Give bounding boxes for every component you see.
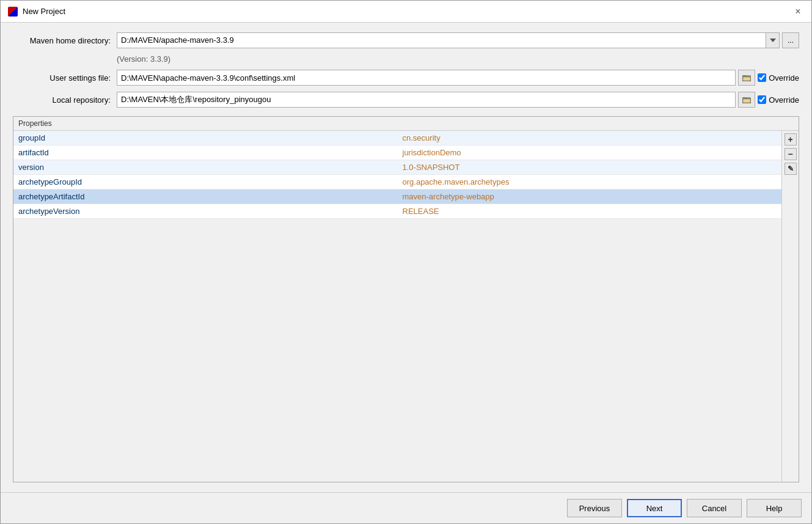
property-key: archetypeVersion xyxy=(13,204,398,219)
table-row[interactable]: archetypeArtifactIdmaven-archetype-webap… xyxy=(13,190,781,204)
close-button[interactable]: × xyxy=(792,6,804,18)
property-key: groupId xyxy=(13,131,398,146)
table-row[interactable]: archetypeGroupIdorg.apache.maven.archety… xyxy=(13,175,781,190)
next-button[interactable]: Next xyxy=(627,499,682,517)
property-key: artifactId xyxy=(13,146,398,160)
add-property-button[interactable]: + xyxy=(785,133,797,146)
table-row[interactable]: artifactIdjurisdictionDemo xyxy=(13,146,781,160)
property-value: cn.security xyxy=(398,131,782,146)
previous-button[interactable]: Previous xyxy=(567,499,622,517)
dialog-footer: Previous Next Cancel Help xyxy=(1,492,811,523)
maven-home-input-group: D:/MAVEN/apache-maven-3.3.9 ... xyxy=(117,32,799,48)
user-settings-row: User settings file: Override xyxy=(13,70,799,86)
maven-home-value: D:/MAVEN/apache-maven-3.3.9 xyxy=(117,32,766,48)
property-value: jurisdictionDemo xyxy=(398,146,782,160)
user-settings-label: User settings file: xyxy=(13,73,111,83)
properties-table: groupIdcn.securityartifactIdjurisdiction… xyxy=(13,131,781,219)
dialog-content: Maven home directory: D:/MAVEN/apache-ma… xyxy=(1,23,811,492)
local-repo-override-group: Override xyxy=(758,95,799,105)
maven-icon xyxy=(8,7,18,17)
maven-version-text: (Version: 3.3.9) xyxy=(117,54,799,64)
user-settings-browse-button[interactable] xyxy=(738,70,755,86)
user-settings-override-checkbox[interactable] xyxy=(758,73,766,82)
cancel-button[interactable]: Cancel xyxy=(687,499,742,517)
properties-legend: Properties xyxy=(13,117,799,131)
local-repo-input-group: Override xyxy=(117,92,799,108)
svg-rect-5 xyxy=(743,99,750,103)
properties-content: groupIdcn.securityartifactIdjurisdiction… xyxy=(13,131,799,482)
user-settings-override-label: Override xyxy=(769,73,799,83)
local-repo-override-label: Override xyxy=(769,95,799,105)
remove-property-button[interactable]: − xyxy=(785,148,797,160)
property-value: org.apache.maven.archetypes xyxy=(398,175,782,190)
local-repo-row: Local repository: Override xyxy=(13,92,799,108)
property-value: 1.0-SNAPSHOT xyxy=(398,160,782,175)
property-key: archetypeGroupId xyxy=(13,175,398,190)
properties-group: Properties groupIdcn.securityartifactIdj… xyxy=(13,116,799,482)
user-settings-input-group: Override xyxy=(117,70,799,86)
property-value: RELEASE xyxy=(398,204,782,219)
table-row[interactable]: version1.0-SNAPSHOT xyxy=(13,160,781,175)
maven-home-dropdown[interactable]: D:/MAVEN/apache-maven-3.3.9 xyxy=(117,32,780,48)
svg-rect-2 xyxy=(743,77,750,81)
local-repo-override-checkbox[interactable] xyxy=(758,95,766,104)
local-repo-input[interactable] xyxy=(117,92,736,108)
local-repo-label: Local repository: xyxy=(13,95,111,105)
title-bar-left: New Project xyxy=(8,7,65,17)
property-key: version xyxy=(13,160,398,175)
maven-home-row: Maven home directory: D:/MAVEN/apache-ma… xyxy=(13,32,799,48)
title-bar: New Project × xyxy=(1,1,811,23)
user-settings-input[interactable] xyxy=(117,70,736,86)
window-title: New Project xyxy=(23,7,65,16)
user-settings-override-group: Override xyxy=(758,73,799,83)
properties-sidebar: + − ✎ xyxy=(781,131,799,482)
maven-home-dropdown-arrow[interactable] xyxy=(766,33,779,48)
new-project-dialog: New Project × Maven home directory: D:/M… xyxy=(0,0,812,524)
help-button[interactable]: Help xyxy=(747,499,802,517)
local-repo-browse-button[interactable] xyxy=(738,92,755,108)
maven-home-browse-button[interactable]: ... xyxy=(782,32,799,48)
table-row[interactable]: groupIdcn.security xyxy=(13,131,781,146)
edit-property-button[interactable]: ✎ xyxy=(785,163,797,175)
property-value: maven-archetype-webapp xyxy=(398,190,782,204)
property-key: archetypeArtifactId xyxy=(13,190,398,204)
properties-table-wrap: groupIdcn.securityartifactIdjurisdiction… xyxy=(13,131,781,482)
maven-home-label: Maven home directory: xyxy=(13,36,111,45)
table-row[interactable]: archetypeVersionRELEASE xyxy=(13,204,781,219)
